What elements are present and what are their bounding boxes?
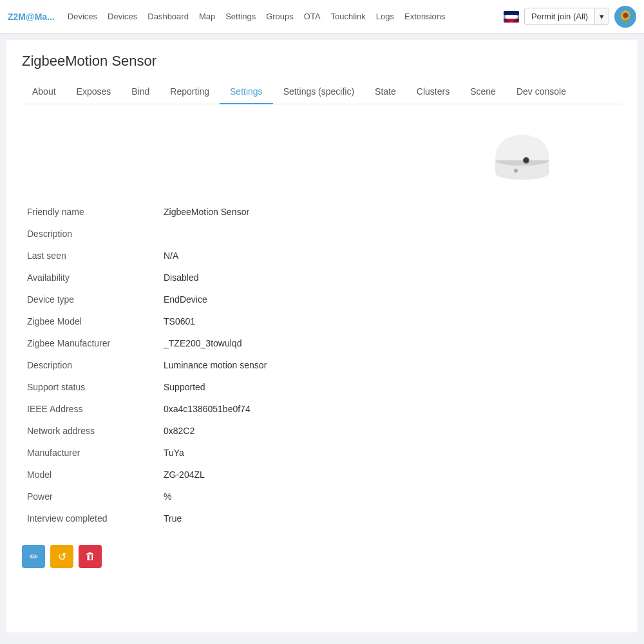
field-label: Availability [22, 267, 151, 289]
page-title: ZigbeeMotion Sensor [22, 53, 622, 70]
permit-join-label[interactable]: Permit join (All) [525, 8, 594, 24]
field-value: TS0601 [151, 310, 622, 332]
tab-dev-console[interactable]: Dev console [506, 80, 576, 104]
table-row: Last seenN/A [22, 245, 622, 267]
edit-button[interactable]: ✏ [22, 545, 45, 568]
svg-point-5 [514, 169, 518, 173]
main-content: ZigbeeMotion Sensor AboutExposesBindRepo… [6, 40, 638, 632]
table-row: ManufacturerTuYa [22, 442, 622, 464]
table-row: Network address0x82C2 [22, 420, 622, 442]
tab-state[interactable]: State [365, 80, 406, 104]
tab-exposes[interactable]: Exposes [66, 80, 122, 104]
field-label: Description [22, 354, 151, 376]
field-label: Interview completed [22, 507, 151, 529]
table-row: Zigbee ModelTS0601 [22, 310, 622, 332]
tab-settings--specific-[interactable]: Settings (specific) [273, 80, 365, 104]
info-table: Friendly nameZigbeeMotion SensorDescript… [22, 201, 622, 529]
nav-link-devices[interactable]: Devices [102, 8, 142, 25]
tab-settings[interactable]: Settings [220, 80, 273, 104]
table-row: DescriptionLuminance motion sensor [22, 354, 622, 376]
table-row: Interview completedTrue [22, 507, 622, 529]
field-value: % [151, 486, 622, 507]
table-row: Zigbee Manufacturer_TZE200_3towulqd [22, 332, 622, 354]
field-value[interactable]: TuYa [151, 442, 622, 464]
language-flag[interactable] [504, 11, 519, 23]
field-label: Zigbee Model [22, 310, 151, 332]
field-value[interactable]: ZG-204ZL [151, 464, 622, 486]
field-value: Disabled [151, 267, 622, 289]
field-label: Power [22, 486, 151, 507]
navbar-brand[interactable]: Z2M@Ma... [8, 12, 55, 22]
field-label: Model [22, 464, 151, 486]
nav-link-dashboard[interactable]: Dashboard [142, 8, 194, 25]
field-value: Luminance motion sensor [151, 354, 622, 376]
field-value: N/A [151, 245, 622, 267]
nav-link-ota[interactable]: OTA [299, 8, 326, 25]
field-label: Zigbee Manufacturer [22, 332, 151, 354]
field-value: EndDevice [151, 289, 622, 310]
nav-link-groups[interactable]: Groups [261, 8, 299, 25]
tab-clusters[interactable]: Clusters [406, 80, 460, 104]
field-label: Description [22, 223, 151, 245]
tab-reporting[interactable]: Reporting [160, 80, 220, 104]
permit-join-button[interactable]: Permit join (All) ▾ [524, 8, 609, 25]
table-row: Description [22, 223, 622, 245]
device-svg [490, 123, 554, 187]
navbar-right: Permit join (All) ▾ 🌻 [504, 6, 636, 28]
nav-links: DevicesDevicesDashboardMapSettingsGroups… [62, 8, 451, 25]
field-label: Manufacturer [22, 442, 151, 464]
field-value: Supported [151, 376, 622, 398]
settings-icon-button[interactable]: 🌻 [614, 6, 636, 28]
table-row: ModelZG-204ZL [22, 464, 622, 486]
nav-link-touchlink[interactable]: Touchlink [326, 8, 371, 25]
field-value: 0x82C2 [151, 420, 622, 442]
nav-link-map[interactable]: Map [194, 8, 220, 25]
field-label: IEEE Address [22, 398, 151, 420]
field-label: Device type [22, 289, 151, 310]
svg-point-4 [524, 158, 528, 162]
table-row: Device typeEndDevice [22, 289, 622, 310]
field-value: True [151, 507, 622, 529]
field-label: Last seen [22, 245, 151, 267]
field-value: _TZE200_3towulqd [151, 332, 622, 354]
field-value: 0xa4c1386051be0f74 [151, 398, 622, 420]
device-image [487, 120, 558, 191]
permit-join-dropdown-arrow[interactable]: ▾ [594, 8, 609, 24]
field-label: Network address [22, 420, 151, 442]
field-value [151, 223, 622, 245]
field-label: Friendly name [22, 201, 151, 223]
table-row: IEEE Address0xa4c1386051be0f74 [22, 398, 622, 420]
sunflower-icon: 🌻 [618, 10, 632, 24]
field-label: Support status [22, 376, 151, 398]
tab-scene[interactable]: Scene [460, 80, 506, 104]
nav-link-logs[interactable]: Logs [371, 8, 399, 25]
table-row: Friendly nameZigbeeMotion Sensor [22, 201, 622, 223]
tab-about[interactable]: About [22, 80, 66, 104]
refresh-button[interactable]: ↺ [50, 545, 73, 568]
table-row: Support statusSupported [22, 376, 622, 398]
action-buttons: ✏↺🗑 [22, 545, 622, 568]
field-value: ZigbeeMotion Sensor [151, 201, 622, 223]
table-row: Power% [22, 486, 622, 507]
navbar: Z2M@Ma... DevicesDevicesDashboardMapSett… [0, 0, 644, 33]
tabs-container: AboutExposesBindReportingSettingsSetting… [22, 80, 622, 104]
delete-button[interactable]: 🗑 [79, 545, 102, 568]
nav-link-settings[interactable]: Settings [220, 8, 261, 25]
nav-link-devices[interactable]: Devices [62, 8, 102, 25]
nav-link-extensions[interactable]: Extensions [399, 8, 451, 25]
table-row: AvailabilityDisabled [22, 267, 622, 289]
device-image-area [22, 120, 622, 191]
tab-bind[interactable]: Bind [121, 80, 160, 104]
